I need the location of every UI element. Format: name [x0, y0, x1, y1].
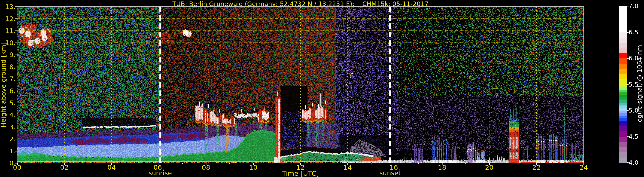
- yt-label: 12.: [0, 15, 16, 23]
- colorbar-segment: [619, 142, 627, 147]
- colorbar-segment: [619, 32, 627, 38]
- colorbar-segment: [619, 95, 627, 98]
- colorbar-segment: [619, 100, 627, 103]
- xt-label: 02: [60, 163, 68, 171]
- colorbar-segment: [619, 105, 627, 108]
- colorbar-segment: [619, 90, 627, 92]
- colorbar-segment: [619, 108, 627, 111]
- colorbar-tick-mark: [627, 32, 628, 33]
- yt-label: 5.: [0, 99, 16, 107]
- colorbar-segment: [619, 37, 627, 43]
- colorbar-tick-mark: [627, 136, 628, 137]
- colorbar-tick-mark: [627, 110, 628, 111]
- cbt-label: 7.0: [628, 2, 638, 10]
- colorbar-segment: [619, 116, 627, 118]
- colorbar-segment: [619, 97, 627, 100]
- colorbar-segment: [619, 58, 627, 64]
- colorbar-segment: [619, 113, 627, 116]
- ceilometer-quicklook-page: { "chart_data": { "type": "heatmap", "ti…: [0, 0, 644, 177]
- colorbar-segment: [619, 64, 627, 69]
- yt-label: 4.: [0, 111, 16, 119]
- xt-label: 12: [296, 163, 304, 171]
- colorbar-segment: [619, 152, 627, 158]
- colorbar-segment: [619, 53, 627, 58]
- colorbar-segment: [619, 74, 627, 79]
- colorbar-segment: [619, 110, 627, 113]
- colorbar-segment: [619, 137, 627, 142]
- colorbar-segment: [619, 147, 627, 152]
- colorbar-tick-mark: [627, 162, 628, 163]
- yt-label: 9.: [0, 51, 16, 59]
- xt-label: 24: [580, 163, 588, 171]
- colorbar: [619, 6, 627, 163]
- yt-label: 7.: [0, 75, 16, 83]
- colorbar-segment: [619, 123, 627, 126]
- yt-label: 6.: [0, 87, 16, 95]
- colorbar-label: log(rc-signal) @ 1064 nm: [636, 45, 643, 124]
- yt-label: 10.: [0, 39, 16, 47]
- colorbar-tick-mark: [627, 6, 628, 7]
- xt-label: 14: [343, 163, 352, 171]
- yt-label: 13.: [0, 3, 16, 11]
- colorbar-segment: [619, 48, 627, 53]
- colorbar-segment: [619, 92, 627, 95]
- colorbar-segment: [619, 118, 627, 121]
- yt-label: 0.: [0, 159, 16, 167]
- xt-label: 04: [107, 163, 116, 171]
- colorbar-segment: [619, 6, 627, 33]
- sunrise-label: sunrise: [148, 169, 172, 177]
- colorbar-segment: [619, 121, 627, 124]
- xt-label: 22: [532, 163, 540, 171]
- ceilometer-heatmap-canvas: [0, 0, 644, 177]
- plot-title: TUB: Berlin Grunewald (Germany; 52.4732 …: [17, 0, 584, 8]
- colorbar-segment: [619, 103, 627, 105]
- colorbar-segment: [619, 69, 627, 74]
- sunset-label: sunset: [380, 169, 401, 177]
- colorbar-segment: [619, 43, 627, 48]
- yt-label: 8.: [0, 63, 16, 71]
- cbt-label: 4.0: [628, 159, 638, 166]
- colorbar-tick-mark: [627, 58, 628, 59]
- cbt-label: 4.5: [628, 133, 638, 140]
- xt-label: 20: [485, 163, 493, 171]
- colorbar-segment: [619, 126, 627, 131]
- colorbar-segment: [619, 79, 627, 85]
- yt-label: 1.: [0, 147, 16, 155]
- yt-label: 11.: [0, 27, 16, 35]
- colorbar-segment: [619, 84, 627, 87]
- xt-label: 10: [249, 163, 257, 171]
- colorbar-tick-mark: [627, 84, 628, 85]
- xt-label: 18: [438, 163, 446, 171]
- yt-label: 3.: [0, 123, 16, 131]
- yt-label: 2.: [0, 135, 16, 143]
- xt-label: 08: [202, 163, 210, 171]
- cbt-label: 6.5: [628, 29, 638, 36]
- colorbar-segment: [619, 157, 627, 163]
- colorbar-segment: [619, 131, 627, 137]
- colorbar-segment: [619, 87, 627, 90]
